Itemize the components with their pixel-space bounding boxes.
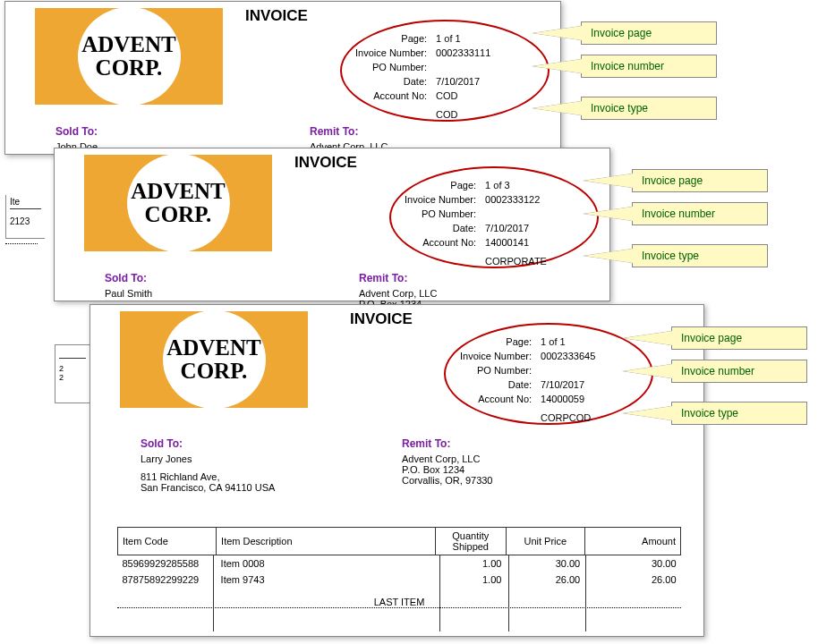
invoice-meta: Page:1 of 1 Invoice Number:0002333645 PO… [455,334,601,426]
cell-code: 85969929285588 [118,555,217,572]
table-fragment-2: 2 2 [55,344,89,403]
last-item-marker: LAST ITEM [374,597,425,607]
logo-text-1: ADVENT [166,335,261,360]
page-value: 1 of 3 [481,179,550,191]
doc-title: INVOICE [350,310,413,328]
date-value: 7/10/2017 [432,75,494,88]
cell-amt: 26.00 [584,572,680,588]
company-logo: ADVENTCORP. [35,8,223,105]
po-label: PO Number: [352,61,430,73]
cell-code: 87875892299229 [118,572,217,588]
doc-title: INVOICE [245,7,308,25]
acct-value: COD [432,89,494,102]
type-value: COD [432,104,494,121]
acct-label: Account No: [352,89,430,102]
frag-row: 2123 [10,209,41,226]
invoice-card-3: ADVENTCORP. INVOICE Page:1 of 1 Invoice … [89,304,704,637]
table-fragment: Ite 2123 [5,195,45,239]
po-value [537,364,599,377]
type-value: CORPORATE [481,250,550,267]
date-label: Date: [401,222,480,234]
dotline-frag [5,243,38,245]
cell-qty: 1.00 [435,572,506,588]
remit-name: Advent Corp, LLC [402,453,493,464]
col-amt: Amount [584,528,680,555]
invoice-card-1: ADVENTCORP. INVOICE Page:1 of 1 Invoice … [4,1,561,155]
cell-qty: 1.00 [435,555,506,572]
date-label: Date: [352,75,430,88]
callout-page: Invoice page [581,21,717,45]
remit-label: Remit To: [402,437,493,450]
sold-to: Sold To: Paul Smith [105,272,152,299]
cell-price: 26.00 [506,572,584,588]
page-label: Page: [401,179,480,191]
callout-number: Invoice number [581,55,717,78]
invno-label: Invoice Number: [352,47,430,59]
page-value: 1 of 1 [537,335,599,348]
logo-text-2: CORP. [145,202,212,226]
po-value [432,61,494,73]
table-row: 87875892299229 Item 9743 1.00 26.00 26.0… [118,572,681,588]
col-qty: Quantity Shipped [435,528,506,555]
logo-text-2: CORP. [181,359,248,383]
remit-addr2: Corvallis, OR, 97330 [402,475,493,486]
invno-value: 0002333645 [537,350,599,362]
line-items-table: Item Code Item Description Quantity Ship… [117,527,681,610]
col-desc: Item Description [217,528,436,555]
callout-page: Invoice page [671,326,807,350]
invno-value: 0002333122 [481,193,550,206]
logo-text-1: ADVENT [81,32,176,56]
page-value: 1 of 1 [432,32,494,45]
remit-name: Advent Corp, LLC [359,288,437,299]
page-label: Page: [456,335,535,348]
invoice-card-2: ADVENTCORP. INVOICE Page:1 of 3 Invoice … [54,148,610,301]
sold-to: Sold To: Larry Jones 811 Richland Ave, S… [141,437,275,493]
cell-desc: Item 0008 [217,555,436,572]
col-code: Item Code [118,528,217,555]
remit-addr1: P.O. Box 1234 [402,464,493,475]
col-price: Unit Price [506,528,584,555]
invno-value: 0002333111 [432,47,494,59]
cell-desc: Item 9743 [217,572,436,588]
remit-label: Remit To: [359,272,437,284]
po-label: PO Number: [456,364,535,377]
cell-amt: 30.00 [584,555,680,572]
po-value [481,208,550,220]
logo-text-1: ADVENT [131,179,226,203]
callout-type: Invoice type [671,402,807,425]
invoice-meta: Page:1 of 3 Invoice Number:0002333122 PO… [399,177,552,269]
invoice-meta: Page:1 of 1 Invoice Number:0002333111 PO… [350,30,496,123]
date-value: 7/10/2017 [481,222,550,234]
invno-label: Invoice Number: [401,193,480,206]
invno-label: Invoice Number: [456,350,535,362]
frag-header: Ite [10,197,41,209]
acct-value: 14000059 [537,393,599,405]
acct-label: Account No: [456,393,535,405]
table-row: 85969929285588 Item 0008 1.00 30.00 30.0… [118,555,681,572]
sold-addr1: 811 Richland Ave, [141,471,275,482]
logo-text-2: CORP. [96,55,163,80]
sold-name: Paul Smith [105,288,152,299]
date-label: Date: [456,378,535,391]
doc-title: INVOICE [294,154,357,172]
sold-name: Larry Jones [141,453,275,464]
type-value: CORPCOD [537,407,599,424]
dotline [117,607,681,609]
callout-number: Invoice number [632,202,768,225]
cell-price: 30.00 [506,555,584,572]
remit-to: Remit To: Advent Corp, LLC P.O. Box 1234… [402,437,493,486]
page-label: Page: [352,32,430,45]
callout-number: Invoice number [671,360,807,383]
remit-label: Remit To: [310,125,388,138]
callout-type: Invoice type [632,244,768,267]
po-label: PO Number: [401,208,480,220]
date-value: 7/10/2017 [537,378,599,391]
company-logo: ADVENTCORP. [120,311,308,408]
sold-label: Sold To: [55,125,98,138]
acct-value: 14000141 [481,236,550,249]
acct-label: Account No: [401,236,480,249]
sold-addr2: San Francisco, CA 94110 USA [141,482,275,493]
callout-type: Invoice type [581,97,717,120]
sold-label: Sold To: [141,437,275,450]
callout-page: Invoice page [632,169,768,192]
